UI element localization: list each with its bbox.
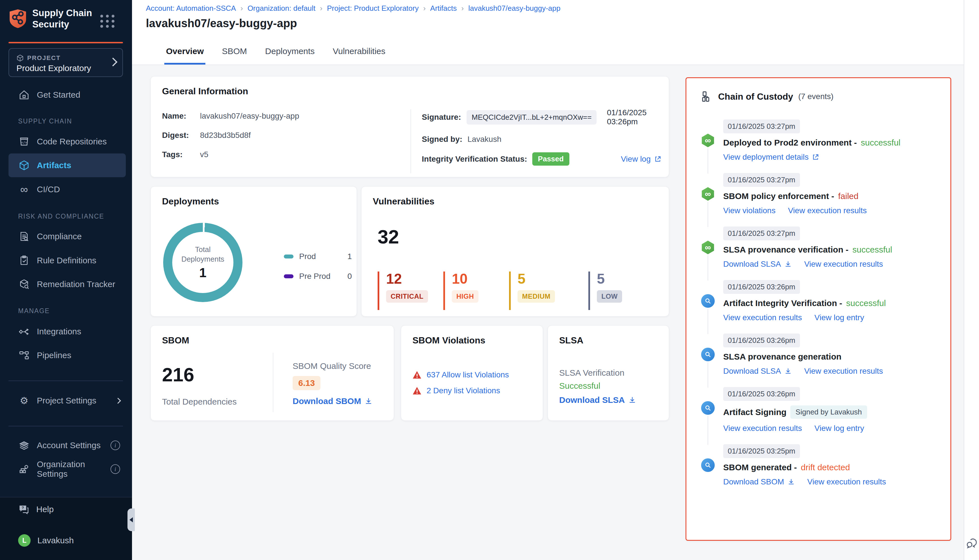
info-icon[interactable]: i: [110, 464, 120, 474]
total-dependencies-label: Total Dependencies: [162, 397, 237, 407]
view-log-link[interactable]: View log: [621, 155, 662, 163]
sidebar-item-organization-settings[interactable]: Organization Settings i: [8, 457, 126, 481]
sidebar-item-label: Rule Definitions: [37, 256, 96, 265]
sidebar-item-pipelines[interactable]: Pipelines: [8, 343, 126, 367]
legend-row-pre-prod: Pre Prod 0: [284, 267, 352, 286]
custody-event-7: 01/16/2025 03:25pm SBOM generated - drif…: [701, 444, 940, 498]
download-sbom-link[interactable]: Download SBOM: [292, 397, 373, 406]
slsa-verification-label: SLSA Verification: [559, 368, 624, 378]
repository-icon: </>: [18, 136, 30, 148]
event-status: failed: [838, 192, 859, 201]
event-timestamp: 01/16/2025 03:26pm: [723, 280, 800, 294]
deny-list-violations-link[interactable]: 2 Deny list Violations: [427, 386, 500, 395]
project-selector[interactable]: PROJECT Product Exploratory: [8, 48, 123, 77]
breadcrumb-project[interactable]: Project: Product Exploratory: [327, 4, 430, 13]
view-log-entry-link[interactable]: View log entry: [814, 313, 864, 322]
sidebar-item-label: Pipelines: [37, 350, 72, 360]
view-execution-results-link[interactable]: View execution results: [807, 477, 886, 487]
view-execution-results-link[interactable]: View execution results: [804, 367, 883, 376]
total-dependencies-value: 216: [162, 363, 194, 386]
pipeline-event-icon: ∞: [701, 133, 715, 147]
download-sbom-link[interactable]: Download SBOM: [723, 477, 795, 487]
sidebar-item-account-settings[interactable]: Account Settings i: [8, 433, 126, 457]
integrity-label: Integrity Verification Status:: [422, 155, 527, 163]
help-chat-icon: ?: [18, 504, 30, 515]
sidebar-item-integrations[interactable]: Integrations: [8, 320, 126, 343]
sidebar-section-supply-chain: SUPPLY CHAIN: [18, 117, 72, 125]
sidebar-item-compliance[interactable]: Compliance: [8, 225, 126, 248]
tab-sbom[interactable]: SBOM: [220, 47, 249, 65]
custody-event-5: 01/16/2025 03:26pm SLSA provenance gener…: [701, 333, 940, 387]
view-execution-results-link[interactable]: View execution results: [804, 260, 883, 269]
sbom-card: SBOM 216 Total Dependencies SBOM Quality…: [150, 325, 394, 421]
external-link-icon: [812, 153, 819, 161]
sidebar-item-code-repositories[interactable]: </> Code Repositories: [8, 130, 126, 153]
digest-row: Digest: 8d23bd3b5d8f: [162, 131, 400, 140]
sidebar-item-get-started[interactable]: Get Started: [8, 83, 126, 107]
view-violations-link[interactable]: View violations: [723, 206, 775, 215]
chevron-right-icon: [109, 57, 117, 66]
harness-shield-logo: [8, 9, 27, 28]
download-slsa-label: Download SLSA: [559, 395, 625, 405]
breadcrumb-current[interactable]: lavakush07/easy-buggy-app: [468, 4, 560, 13]
sidebar-item-label: Organization Settings: [37, 460, 104, 479]
user-menu[interactable]: L Lavakush: [18, 534, 74, 547]
view-log-entry-link[interactable]: View log entry: [814, 424, 864, 433]
legend-value: 1: [347, 252, 352, 261]
chain-of-custody-panel: Chain of Custody (7 events) ∞ 01/16/2025…: [685, 77, 951, 541]
signature-date: 01/16/2025 03:26pm: [607, 108, 662, 126]
download-slsa-link[interactable]: Download SLSA: [723, 367, 792, 376]
name-label: Name:: [162, 112, 195, 121]
tab-vulnerabilities[interactable]: Vulnerabilities: [331, 47, 387, 65]
svg-text:</>: </>: [21, 141, 27, 144]
download-sbom-label: Download SBOM: [292, 397, 361, 406]
breadcrumb-organization[interactable]: Organization: default: [247, 4, 327, 13]
allow-list-violations-row: 637 Allow list Violations: [413, 370, 509, 379]
view-log-label: View log: [621, 155, 651, 163]
sidebar-section-risk: RISK AND COMPLIANCE: [18, 213, 104, 220]
tab-deployments[interactable]: Deployments: [264, 47, 316, 65]
tab-overview[interactable]: Overview: [164, 47, 205, 65]
deny-list-violations-row: 2 Deny list Violations: [413, 386, 500, 395]
event-timestamp: 01/16/2025 03:27pm: [723, 227, 800, 240]
sidebar-collapse-handle[interactable]: [127, 508, 135, 531]
app-switcher-icon[interactable]: [100, 15, 115, 28]
scan-event-icon: [701, 294, 715, 308]
download-icon: [364, 397, 373, 405]
deployments-card: Deployments Total Deployments 1 Prod 1: [150, 186, 357, 317]
sidebar-item-label: Integrations: [37, 327, 81, 336]
info-icon[interactable]: i: [110, 440, 120, 450]
tags-label: Tags:: [162, 150, 195, 159]
event-title: Artifact Integrity Verification -: [723, 298, 842, 308]
sidebar-item-remediation-tracker[interactable]: Remediation Tracker: [8, 272, 126, 296]
sidebar-item-project-settings[interactable]: ⚙ Project Settings: [8, 389, 126, 412]
view-execution-results-link[interactable]: View execution results: [723, 424, 802, 433]
download-slsa-link[interactable]: Download SLSA: [723, 260, 792, 269]
help-button[interactable]: ? Help: [18, 504, 54, 515]
sidebar-item-artifacts[interactable]: Artifacts: [8, 153, 126, 177]
breadcrumb-artifacts[interactable]: Artifacts: [430, 4, 469, 13]
sidebar-item-cicd[interactable]: ∞ CI/CD: [8, 178, 126, 201]
sidebar-divider: [8, 426, 123, 427]
view-deployment-details-link[interactable]: View deployment details: [723, 153, 819, 162]
view-execution-results-link[interactable]: View execution results: [788, 206, 867, 215]
event-title: SLSA provenance generation: [723, 352, 841, 362]
signed-by-label: Signed by:: [422, 135, 462, 144]
high-badge: HIGH: [452, 290, 478, 303]
sidebar-item-label: Compliance: [37, 232, 82, 241]
integrations-icon: [18, 326, 30, 337]
view-execution-results-link[interactable]: View execution results: [723, 313, 802, 322]
sidebar-item-label: Artifacts: [37, 160, 72, 170]
support-chat-icon[interactable]: [966, 537, 978, 550]
sidebar-item-label: Code Repositories: [37, 137, 107, 147]
event-timestamp: 01/16/2025 03:27pm: [723, 120, 800, 133]
sidebar-item-rule-definitions[interactable]: Rule Definitions: [8, 248, 126, 272]
card-title: Vulnerabilities: [373, 196, 434, 207]
pipeline-event-icon: ∞: [701, 241, 715, 254]
custody-timeline: ∞ 01/16/2025 03:27pm Deployed to Prod2 e…: [701, 120, 940, 498]
download-slsa-link[interactable]: Download SLSA: [559, 395, 636, 405]
low-count: 5: [597, 272, 622, 286]
breadcrumb-account[interactable]: Account: Automation-SSCA: [146, 4, 247, 13]
allow-list-violations-link[interactable]: 637 Allow list Violations: [427, 370, 509, 379]
legend-swatch-pre-prod: [284, 274, 294, 278]
